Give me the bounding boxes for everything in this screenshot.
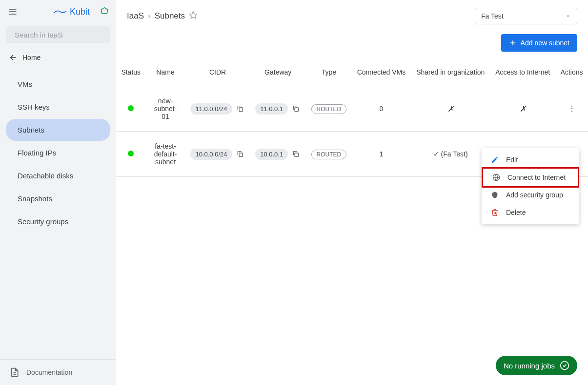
row-gateway: 11.0.0.1 xyxy=(255,103,288,115)
col-actions: Actions xyxy=(555,58,588,86)
search-box[interactable] xyxy=(6,26,110,43)
arrow-left-icon xyxy=(9,53,18,62)
sidebar-item-label: VMs xyxy=(18,80,32,88)
breadcrumb-current: Subnets xyxy=(155,11,185,21)
ctx-add-security-group[interactable]: Add security group xyxy=(482,186,579,204)
home-label: Home xyxy=(22,54,41,61)
check-circle-icon xyxy=(560,361,569,370)
sidebar-item-label: Snapshots xyxy=(18,194,52,203)
logo-wave-icon xyxy=(53,8,67,16)
row-access: ✗ xyxy=(520,105,526,113)
logo[interactable]: Kubit xyxy=(53,7,90,17)
ctx-edit-label: Edit xyxy=(506,156,518,164)
row-name: new-subnet-01 xyxy=(154,97,177,120)
sidebar-item-label: Subnets xyxy=(18,126,44,134)
project-selected-label: Fa Test xyxy=(481,12,504,20)
sidebar-item-vms[interactable]: VMs xyxy=(6,73,110,95)
sidebar-item-detachable-disks[interactable]: Detachable disks xyxy=(6,165,110,187)
col-cidr: CIDR xyxy=(185,58,250,86)
copy-cidr-button[interactable] xyxy=(235,104,245,114)
sidebar-item-security-groups[interactable]: Security groups xyxy=(6,211,110,232)
ctx-edit[interactable]: Edit xyxy=(482,151,579,169)
ctx-connect-label: Connect to Internet xyxy=(507,173,566,181)
sidebar-item-snapshots[interactable]: Snapshots xyxy=(6,188,110,210)
search-input[interactable] xyxy=(15,31,107,39)
globe-icon xyxy=(492,173,501,182)
svg-rect-9 xyxy=(239,108,243,111)
row-connected: 0 xyxy=(380,105,384,113)
col-gateway: Gateway xyxy=(250,58,306,86)
copy-icon xyxy=(236,150,244,158)
sidebar-item-floating-ips[interactable]: Floating IPs xyxy=(6,142,110,164)
menu-toggle-button[interactable] xyxy=(7,6,19,18)
trash-icon xyxy=(490,208,499,217)
col-shared: Shared in organization xyxy=(411,58,490,86)
copy-gateway-button[interactable] xyxy=(291,104,301,114)
more-vertical-icon xyxy=(568,104,576,113)
status-indicator xyxy=(128,151,134,156)
favorite-star-icon[interactable] xyxy=(189,11,198,22)
row-shared: ✗ xyxy=(447,105,454,113)
svg-rect-15 xyxy=(295,153,298,156)
row-cidr: 10.0.0.0/24 xyxy=(190,149,232,160)
home-link[interactable]: Home xyxy=(0,48,116,67)
secondary-logo-icon xyxy=(100,7,109,17)
copy-cidr-button[interactable] xyxy=(235,149,245,159)
table-row: new-subnet-01 11.0.0.0/24 11.0. xyxy=(116,86,588,132)
copy-icon xyxy=(236,105,244,113)
svg-point-11 xyxy=(571,106,572,107)
shield-icon xyxy=(490,191,499,199)
logo-text: Kubit xyxy=(70,7,90,17)
row-cidr: 11.0.0.0/24 xyxy=(190,103,232,115)
sidebar-item-label: SSH keys xyxy=(18,103,50,111)
copy-icon xyxy=(292,105,300,113)
sidebar-item-label: Detachable disks xyxy=(18,172,73,180)
chevron-right-icon: › xyxy=(148,11,151,21)
svg-point-12 xyxy=(571,108,572,109)
svg-point-13 xyxy=(571,111,572,112)
ctx-delete[interactable]: Delete xyxy=(482,204,579,221)
ctx-security-label: Add security group xyxy=(506,191,563,199)
jobs-label: No running jobs xyxy=(504,362,555,370)
breadcrumb-parent[interactable]: IaaS xyxy=(127,11,144,21)
jobs-status-pill[interactable]: No running jobs xyxy=(496,356,577,375)
svg-rect-10 xyxy=(295,108,298,111)
documentation-label: Documentation xyxy=(26,368,72,376)
svg-rect-14 xyxy=(239,153,243,156)
row-connected: 1 xyxy=(380,150,384,158)
add-subnet-button[interactable]: Add new subnet xyxy=(501,34,577,52)
sidebar-item-label: Floating IPs xyxy=(18,149,56,157)
row-gateway: 10.0.0.1 xyxy=(255,149,288,160)
dropdown-icon xyxy=(565,13,571,19)
copy-icon xyxy=(292,150,300,158)
add-subnet-label: Add new subnet xyxy=(521,39,569,47)
document-icon xyxy=(10,367,20,377)
col-access: Access to Internet xyxy=(490,58,555,86)
sidebar-item-subnets[interactable]: Subnets xyxy=(6,119,110,141)
col-type: Type xyxy=(306,58,352,86)
row-actions-button[interactable] xyxy=(566,103,578,115)
svg-point-21 xyxy=(561,362,569,370)
project-selector[interactable]: Fa Test xyxy=(475,8,577,24)
breadcrumb: IaaS › Subnets xyxy=(127,11,198,22)
col-name: Name xyxy=(146,58,185,86)
documentation-link[interactable]: Documentation xyxy=(0,359,116,385)
sidebar-item-ssh-keys[interactable]: SSH keys xyxy=(6,96,110,118)
row-context-menu: Edit Connect to Internet Add security gr… xyxy=(482,148,579,224)
copy-gateway-button[interactable] xyxy=(291,149,301,159)
sidebar-item-label: Security groups xyxy=(18,217,68,226)
plus-icon xyxy=(509,39,517,47)
row-type: ROUTED xyxy=(311,150,347,159)
row-type: ROUTED xyxy=(311,104,347,114)
edit-icon xyxy=(490,155,499,164)
row-name: fa-test-default-subnet xyxy=(154,142,177,166)
ctx-connect-internet[interactable]: Connect to Internet xyxy=(482,167,579,188)
ctx-delete-label: Delete xyxy=(506,209,526,216)
svg-marker-6 xyxy=(190,11,197,18)
col-status: Status xyxy=(116,58,146,86)
row-shared: ✓ (Fa Test) xyxy=(433,150,468,158)
status-indicator xyxy=(128,105,134,111)
col-connected: Connected VMs xyxy=(352,58,411,86)
